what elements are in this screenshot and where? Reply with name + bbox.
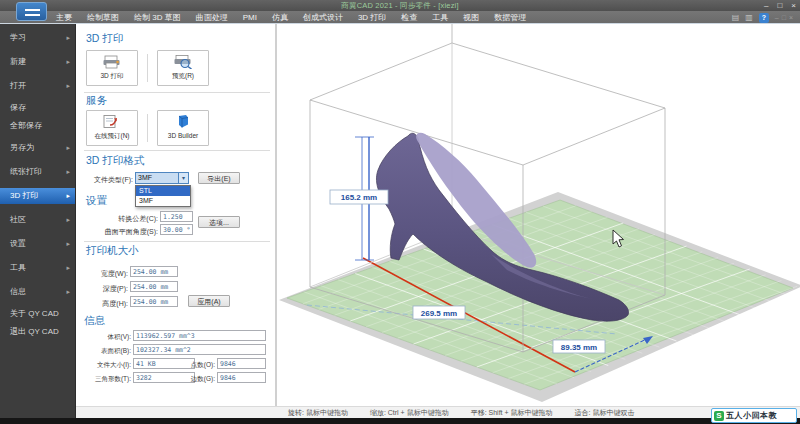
app-menu-item-label: 另存为 [10,143,34,152]
points-label: 点数(O): [188,361,215,370]
app-menu-item-关于 QY CAD[interactable]: 关于 QY CAD [0,306,75,322]
app-menu-item-纸张打印[interactable]: 纸张打印▸ [0,164,75,180]
options-button[interactable]: 选项... [198,216,240,228]
depth-field[interactable] [130,281,178,292]
3d-scene: 165.2 mm 269.5 mm 89.35 mm [277,24,800,406]
triangles-field[interactable] [133,372,195,383]
tab-PMI[interactable]: PMI [243,13,257,22]
application-menu: 学习▸新建▸打开▸保存全部保存另存为▸纸张打印▸3D 打印▸社区▸设置▸工具▸信… [0,24,76,418]
close-button[interactable]: × [791,0,796,11]
width-field[interactable] [130,266,178,277]
ribbon-icon-2[interactable]: ▥ [745,13,753,22]
surface-angle-field[interactable] [160,224,193,235]
window-title: 商翼CAD 2021 - 同步零件 - [xiezi] [0,1,800,11]
section-title-service: 服务 [86,94,107,108]
divider [147,54,148,82]
builder-3d-button[interactable]: 3D Builder [157,110,209,146]
online-order-icon [102,114,122,129]
section-title-info: 信息 [84,314,105,328]
builder-3d-button-label: 3D Builder [158,132,208,139]
ribbon-tabs: 主要绘制草图绘制 3D 草图曲面处理PMI仿真创成式设计3D 打印检查工具视图数… [56,11,526,24]
section-title-printer-size: 打印机大小 [86,244,139,258]
tab-绘制草图[interactable]: 绘制草图 [87,12,119,23]
section-title-settings: 设置 [86,194,107,208]
volume-field[interactable] [133,330,266,341]
file-type-combobox[interactable]: 3MF ▾ [135,172,189,184]
app-menu-item-3D 打印[interactable]: 3D 打印▸ [0,188,75,204]
file-type-label: 文件类型(F): [76,175,133,185]
app-menu-item-label: 学习 [10,33,26,42]
application-button[interactable] [16,2,47,21]
volume-label: 体积(V): [76,333,131,342]
height-dimension-label: 165.2 mm [330,190,388,204]
height-field[interactable] [130,296,178,307]
online-order-button[interactable]: 在线预订(N) [86,110,138,146]
help-icon[interactable]: ? [759,13,769,23]
app-menu-item-label: 新建 [10,57,26,66]
app-menu-item-全部保存[interactable]: 全部保存 [0,118,75,134]
tab-仿真[interactable]: 仿真 [272,12,288,23]
submenu-arrow-icon: ▸ [66,188,70,204]
chevron-down-icon[interactable]: ▾ [178,173,188,183]
maximize-button[interactable]: □ [777,0,782,11]
tab-曲面处理[interactable]: 曲面处理 [196,12,228,23]
edges-label: 边数(G): [188,375,215,384]
file-size-label: 文件大小(I): [76,361,131,370]
surface-area-field[interactable] [133,344,266,355]
ribbon-icon-1[interactable]: ▤ [732,13,740,22]
status-hint: 平移: Shift + 鼠标中键拖动 [471,408,553,418]
depth-label: 深度(P): [84,284,128,294]
app-menu-item-工具[interactable]: 工具▸ [0,260,75,276]
app-menu-icon [25,9,40,16]
tab-工具[interactable]: 工具 [432,12,448,23]
svg-text:165.2 mm: 165.2 mm [341,193,377,202]
app-menu-item-label: 设置 [10,239,26,248]
points-field[interactable] [217,358,266,369]
tolerance-field[interactable] [160,211,193,222]
minimize-button[interactable]: – [764,0,768,11]
submenu-arrow-icon: ▸ [66,54,70,70]
app-menu-item-label: 退出 QY CAD [10,327,59,336]
status-bar: 旋转: 鼠标中键拖动缩放: Ctrl + 鼠标中键拖动平移: Shift + 鼠… [76,406,800,418]
app-menu-item-信息[interactable]: 信息▸ [0,284,75,300]
apply-button[interactable]: 应用(A) [188,295,230,307]
app-menu-item-label: 信息 [10,287,26,296]
app-menu-item-label: 3D 打印 [10,191,38,200]
submenu-arrow-icon: ▸ [66,260,70,276]
app-menu-item-另存为[interactable]: 另存为▸ [0,140,75,156]
divider [84,150,270,151]
document-window-controls[interactable]: –□× [775,14,796,21]
app-menu-item-打开[interactable]: 打开▸ [0,78,75,94]
tab-检查[interactable]: 检查 [401,12,417,23]
app-menu-item-社区[interactable]: 社区▸ [0,212,75,228]
3d-viewport[interactable]: 165.2 mm 269.5 mm 89.35 mm [277,24,800,406]
divider [84,241,270,242]
tab-数据管理[interactable]: 数据管理 [494,12,526,23]
tab-创成式设计[interactable]: 创成式设计 [303,12,343,23]
status-hint: 适合: 鼠标中键双击 [575,408,635,418]
export-button[interactable]: 导出(E) [198,172,240,184]
tab-主要[interactable]: 主要 [56,12,72,23]
app-menu-item-新建[interactable]: 新建▸ [0,54,75,70]
divider [84,92,270,93]
edges-field[interactable] [217,372,266,383]
submenu-arrow-icon: ▸ [66,30,70,46]
print-preview-icon [173,54,193,69]
watermark-text: 五人小回本教 [726,410,777,421]
tab-3D 打印[interactable]: 3D 打印 [358,12,386,23]
file-size-field[interactable] [133,358,195,369]
app-menu-item-label: 保存 [10,103,26,112]
app-menu-item-退出 QY CAD[interactable]: 退出 QY CAD [0,324,75,340]
tab-视图[interactable]: 视图 [463,12,479,23]
app-menu-item-设置[interactable]: 设置▸ [0,236,75,252]
dropdown-option-3MF[interactable]: 3MF [136,196,190,206]
app-menu-item-保存[interactable]: 保存 [0,100,75,116]
dropdown-option-STL[interactable]: STL [136,186,190,196]
preview-button[interactable]: 预览(R) [157,50,209,86]
status-hint: 缩放: Ctrl + 鼠标中键拖动 [370,408,449,418]
tab-绘制 3D 草图[interactable]: 绘制 3D 草图 [134,12,181,23]
preview-button-label: 预览(R) [158,72,208,81]
app-menu-item-学习[interactable]: 学习▸ [0,30,75,46]
app-menu-item-label: 工具 [10,263,26,272]
print-3d-button[interactable]: 3D 打印 [86,50,138,86]
